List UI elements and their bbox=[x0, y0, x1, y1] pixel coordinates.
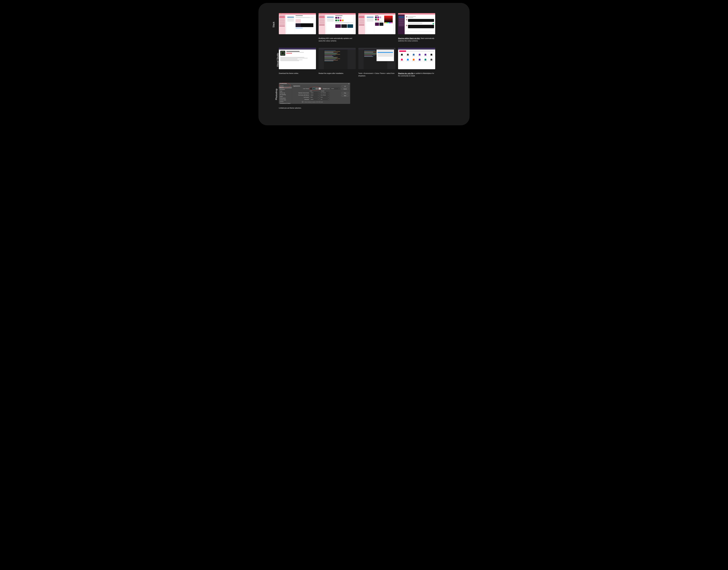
ps-side-export[interactable]: Export bbox=[279, 95, 292, 97]
ps-title-text: Preferences bbox=[280, 83, 287, 84]
ps-select-fullmenus-color[interactable]: Default bbox=[310, 94, 319, 96]
ps-ok-button[interactable]: OK bbox=[341, 85, 349, 87]
ps-cell-1: Preferences ✕ General Interface Workspac… bbox=[279, 83, 350, 109]
slack-caption-4: Sharing within Slack via link: Slack aut… bbox=[398, 37, 435, 42]
row-label-slack: Slack bbox=[272, 22, 275, 28]
ps-side-tools[interactable]: Tools bbox=[279, 90, 292, 92]
slack-cell-4: Sharing within Slack via link: Slack aut… bbox=[398, 13, 435, 42]
ps-cancel-button[interactable]: Cancel bbox=[341, 88, 349, 90]
ps-thumbnail: Preferences ✕ General Interface Workspac… bbox=[279, 83, 350, 104]
slack-cell-1 bbox=[279, 13, 316, 37]
theme-logo-icon bbox=[280, 51, 285, 56]
ps-select-fullmenus-border[interactable]: Drop Shadow bbox=[320, 94, 329, 96]
theme-title bbox=[286, 51, 299, 52]
ps-label-artboards: Artboards: bbox=[293, 99, 309, 100]
ps-side-workspace[interactable]: Workspace bbox=[279, 88, 292, 90]
vs-cell-1: Download the theme online. bbox=[279, 48, 316, 75]
ps-side-perf[interactable]: Performance bbox=[279, 97, 292, 99]
row-vs: Visual Studio bbox=[279, 48, 459, 77]
close-icon[interactable]: ✕ bbox=[348, 83, 349, 85]
row-label-ps: Photoshop bbox=[275, 88, 278, 100]
ps-side-interface[interactable]: Interface bbox=[279, 87, 292, 88]
slack-caption-4-link: Sharing within Slack via link: bbox=[398, 37, 420, 39]
ps-select-artboards-border[interactable]: Line bbox=[320, 98, 329, 100]
ps-side-scratch[interactable]: Scratch Disks bbox=[279, 99, 292, 101]
row-ps: Photoshop Preferences ✕ General Interfac… bbox=[279, 83, 459, 109]
ps-select-std-color[interactable]: Default bbox=[310, 92, 319, 94]
vs-thumbnail-3 bbox=[358, 48, 396, 69]
ps-info-text: Artboard settings only apply to GPU RGB … bbox=[304, 101, 323, 102]
vs-caption-2: Restart the engine after installation. bbox=[318, 72, 355, 75]
ps-next-button[interactable]: Next bbox=[341, 94, 349, 96]
vs-caption-4-link: Sharing via .vsix file bbox=[398, 72, 414, 74]
slack-caption-2: Modifying HEX code automatically updates… bbox=[318, 37, 355, 42]
options-dialog bbox=[377, 49, 394, 61]
ps-caption: Limited pre-set theme selection. bbox=[279, 107, 315, 109]
slack-thumbnail-4 bbox=[398, 13, 435, 34]
ps-sidebar: General Interface Workspace Tools Histor… bbox=[279, 84, 292, 104]
vs-thumbnail-1 bbox=[279, 48, 316, 69]
comparison-slide: Slack bbox=[258, 3, 470, 125]
star-rating-icon bbox=[286, 53, 292, 54]
vs-caption-4: Sharing via .vsix file or publish to Mar… bbox=[398, 72, 435, 77]
ps-label-highlight: Highlight Color: bbox=[323, 88, 330, 89]
ps-select-fullscreen-color[interactable]: Black bbox=[310, 96, 319, 98]
ps-label-fullscreen: Full Screen: bbox=[293, 97, 309, 98]
ps-subhead-color: Color bbox=[310, 90, 312, 91]
color-picker-icon bbox=[384, 15, 393, 22]
annotation-oval-icon bbox=[309, 87, 321, 90]
slack-cell-3 bbox=[358, 13, 396, 37]
ps-select-artboards-color[interactable]: Default bbox=[310, 98, 319, 100]
slack-thumbnail-1 bbox=[279, 13, 316, 34]
vs-caption-3: Tools > Environment > Colour Theme > sel… bbox=[358, 72, 395, 77]
ps-side-cursors[interactable]: Cursors bbox=[279, 101, 292, 102]
info-icon: i bbox=[302, 101, 303, 103]
vs-thumbnail-4 bbox=[398, 48, 435, 69]
vs-cell-4: Sharing via .vsix file or publish to Mar… bbox=[398, 48, 435, 77]
row-slack: Slack bbox=[279, 13, 459, 42]
ps-side-history[interactable]: History Log bbox=[279, 92, 292, 94]
ps-select-fullscreen-border[interactable]: None bbox=[320, 96, 329, 98]
vs-caption-1: Download the theme online. bbox=[279, 72, 315, 75]
ps-select-std-border[interactable]: Drop Shadow bbox=[320, 92, 329, 94]
ps-section-heading: Appearance bbox=[293, 85, 340, 87]
slack-thumbnail-3 bbox=[358, 13, 396, 34]
ps-label-color-theme: Color Theme: bbox=[293, 88, 309, 89]
ps-prev-button[interactable]: Prev bbox=[341, 92, 349, 94]
ps-label-std: Standard Screen Mode: bbox=[293, 92, 309, 93]
slack-thumbnail-2 bbox=[318, 13, 356, 34]
slack-cell-2: Modifying HEX code automatically updates… bbox=[318, 13, 356, 42]
ps-dialog-title: Preferences ✕ bbox=[279, 83, 350, 84]
ps-side-general[interactable]: General bbox=[279, 85, 292, 87]
ps-select-highlight[interactable]: Default bbox=[330, 88, 340, 89]
ps-label-fullmenus: Full Screen with Menus: bbox=[293, 94, 309, 95]
vs-thumbnail-2 bbox=[318, 48, 356, 69]
ps-side-file[interactable]: File Handling bbox=[279, 94, 292, 95]
vs-cell-3: Tools > Environment > Colour Theme > sel… bbox=[358, 48, 396, 77]
vs-cell-2: Restart the engine after installation. bbox=[318, 48, 356, 75]
ps-side-transparency[interactable]: Transparency & Gamut bbox=[279, 102, 292, 104]
ps-subhead-border: Border bbox=[321, 90, 324, 91]
